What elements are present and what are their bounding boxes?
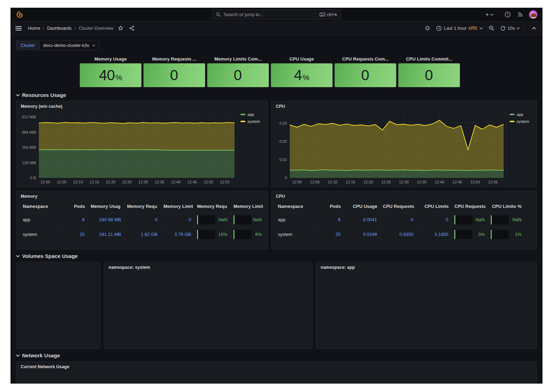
legend-item-system[interactable]: system bbox=[240, 119, 266, 124]
column-header[interactable]: Namespace bbox=[275, 204, 314, 209]
stat-value: 4 bbox=[294, 67, 302, 84]
column-header[interactable]: Pods bbox=[314, 204, 344, 209]
stat-title[interactable]: Memory Limits Com... bbox=[207, 56, 269, 63]
namespace-cell: system bbox=[20, 227, 58, 241]
column-header[interactable]: CPU Usage bbox=[344, 204, 380, 209]
top-nav-bar: Search or jump to... ctrl+k + ? bbox=[10, 8, 542, 22]
stat-title[interactable]: CPU Limits Commit... bbox=[398, 56, 460, 63]
svg-text:12:40: 12:40 bbox=[171, 180, 181, 184]
breadcrumb-home[interactable]: Home bbox=[28, 26, 40, 31]
grafana-logo-icon[interactable] bbox=[15, 10, 24, 19]
gauge-bar bbox=[197, 230, 198, 239]
column-header[interactable]: Memory Requ bbox=[194, 204, 231, 209]
screenshot-frame: Search or jump to... ctrl+k + ? bbox=[0, 0, 553, 392]
svg-text:12:25: 12:25 bbox=[122, 180, 132, 184]
time-range-picker[interactable]: Last 1 hour UTC bbox=[436, 26, 483, 31]
column-header[interactable]: Namespace bbox=[20, 204, 58, 209]
column-header[interactable]: Memory Limit bbox=[161, 204, 194, 209]
refresh-picker[interactable]: 10s bbox=[500, 26, 520, 31]
column-header[interactable]: Memory Limit bbox=[231, 204, 265, 209]
share-button[interactable] bbox=[128, 24, 136, 32]
panel-volumes-empty bbox=[16, 262, 100, 349]
refresh-icon bbox=[500, 26, 506, 31]
svg-text:0 B: 0 B bbox=[30, 176, 36, 180]
volumes-row: namespace: system namespace: app bbox=[16, 262, 537, 349]
chevron-down-icon bbox=[479, 27, 483, 29]
collapse-toolbar-button[interactable] bbox=[530, 24, 538, 32]
svg-text:12:00: 12:00 bbox=[292, 180, 302, 184]
panel-title[interactable]: Memory (w/o cache) bbox=[16, 101, 267, 110]
chart-legend: appsystem bbox=[237, 110, 266, 186]
memory-area-chart[interactable]: 12:0012:0512:1012:1512:2012:2512:3012:35… bbox=[19, 110, 237, 186]
column-header[interactable]: Pods bbox=[58, 204, 88, 209]
refresh-interval-label: 10s bbox=[507, 26, 515, 31]
panel-title[interactable]: CPU bbox=[272, 191, 537, 200]
breadcrumb-dashboards[interactable]: Dashboards bbox=[47, 26, 72, 31]
gauge-value: 1% bbox=[509, 232, 522, 237]
column-header[interactable]: CPU Requests bbox=[451, 204, 488, 209]
section-volumes-space-usage[interactable]: Volumes Space Usage bbox=[16, 253, 537, 259]
gauge-value: 15% bbox=[215, 232, 227, 237]
stat-unit: % bbox=[115, 73, 122, 82]
svg-text:0: 0 bbox=[285, 176, 287, 180]
panel-title[interactable]: Current Network Usage bbox=[16, 362, 537, 371]
gauge-track bbox=[197, 215, 215, 224]
stat-value: 0 bbox=[361, 67, 369, 84]
search-input[interactable]: Search or jump to... ctrl+k bbox=[212, 9, 341, 20]
svg-text:0.02: 0.02 bbox=[280, 139, 287, 144]
stat-title[interactable]: CPU Usage bbox=[271, 56, 332, 63]
stat-title[interactable]: Memory Usage bbox=[80, 56, 141, 63]
table-row: system25241.21 MB1.62 GB3.79 GB15%6% bbox=[20, 227, 264, 241]
zoom-out-button[interactable] bbox=[488, 24, 495, 32]
cpu-area-chart[interactable]: 12:0012:0512:1012:1512:2012:2512:3012:35… bbox=[274, 110, 506, 186]
plus-icon: + bbox=[485, 12, 489, 18]
variable-value-dropdown[interactable]: docs-demo-cluster-k3s bbox=[39, 41, 99, 50]
stat-title[interactable]: Memory Requests ... bbox=[144, 56, 205, 63]
tables-row: Memory NamespacePodsMemory UsagMemory Re… bbox=[16, 191, 537, 250]
dashboard-settings-button[interactable] bbox=[424, 24, 431, 32]
variable-label[interactable]: Cluster bbox=[16, 41, 39, 50]
table-row: system250.02490.93503.18503%1% bbox=[275, 227, 533, 241]
svg-text:12:10: 12:10 bbox=[328, 180, 337, 184]
column-header[interactable]: Memory Usag bbox=[88, 204, 124, 209]
column-header[interactable]: CPU Limits bbox=[416, 204, 451, 209]
svg-text:?: ? bbox=[506, 13, 508, 16]
table-row: app6240.98 MB00NaNNaN bbox=[20, 212, 264, 227]
section-resources-usage[interactable]: Resources Usage bbox=[16, 92, 537, 98]
stat-value-box: 0 bbox=[207, 63, 269, 87]
column-header[interactable]: Memory Requ bbox=[124, 204, 161, 209]
help-button[interactable]: ? bbox=[504, 11, 511, 19]
user-avatar[interactable] bbox=[529, 10, 538, 19]
legend-item-system[interactable]: system bbox=[510, 119, 535, 124]
keyboard-icon bbox=[320, 13, 325, 16]
svg-text:12:15: 12:15 bbox=[90, 180, 99, 184]
gauge-bar bbox=[233, 230, 234, 239]
gauge-cell: NaN bbox=[194, 212, 231, 227]
stat-value-box: 0 bbox=[144, 63, 205, 87]
stat-panel: Memory Requests ...0 bbox=[144, 56, 205, 87]
value-cell: 3.79 GB bbox=[161, 227, 194, 241]
panel-title[interactable]: CPU bbox=[272, 101, 537, 110]
svg-text:12:25: 12:25 bbox=[381, 180, 391, 184]
panel-title[interactable]: namespace: system bbox=[104, 262, 312, 271]
column-header[interactable]: CPU Requests bbox=[380, 204, 416, 209]
section-network-usage[interactable]: Network Usage bbox=[16, 352, 537, 358]
news-button[interactable] bbox=[516, 11, 524, 19]
stat-panel: Memory Limits Com...0 bbox=[207, 56, 269, 87]
menu-icon[interactable] bbox=[15, 26, 22, 31]
column-header[interactable]: CPU Limits % bbox=[488, 204, 524, 209]
panel-title[interactable]: Memory bbox=[16, 191, 267, 200]
new-button[interactable]: + bbox=[485, 12, 493, 18]
stat-title[interactable]: CPU Requests Com... bbox=[335, 56, 396, 63]
question-circle-icon: ? bbox=[505, 12, 511, 18]
favorite-button[interactable] bbox=[117, 24, 125, 32]
gear-icon bbox=[425, 25, 430, 31]
value-cell: 0.0249 bbox=[344, 227, 380, 241]
gauge-cell: NaN bbox=[231, 212, 265, 227]
legend-item-app[interactable]: app bbox=[240, 112, 266, 117]
svg-text:128 MiB: 128 MiB bbox=[22, 161, 36, 165]
legend-swatch bbox=[510, 114, 514, 115]
panel-title[interactable]: namespace: app bbox=[316, 262, 537, 271]
legend-item-app[interactable]: app bbox=[510, 112, 535, 117]
memory-table: NamespacePodsMemory UsagMemory RequMemor… bbox=[16, 200, 267, 249]
